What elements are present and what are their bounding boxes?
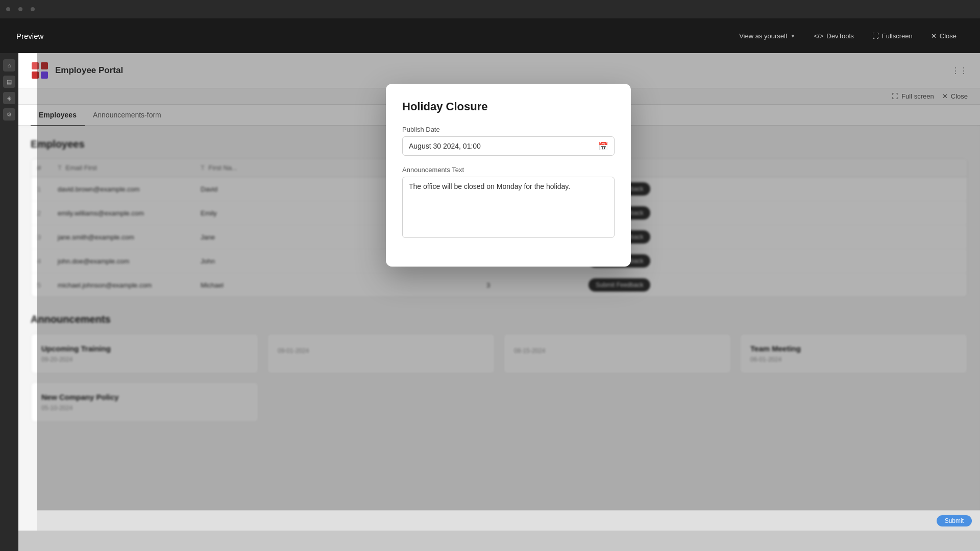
- sidebar-icon-layers[interactable]: ▤: [3, 76, 15, 88]
- left-sidebar: ⌂ ▤ ◈ ⚙: [0, 53, 18, 551]
- close-preview-button[interactable]: ✕ Close: [924, 28, 964, 44]
- fullscreen-label: Fullscreen: [882, 32, 913, 40]
- preview-bar: Preview View as yourself ▼ </> DevTools …: [0, 18, 980, 53]
- modal-title: Holiday Closure: [402, 100, 615, 113]
- publish-date-group: Publish Date 📅: [402, 126, 615, 156]
- publish-date-input[interactable]: [402, 136, 615, 156]
- announcements-text-input[interactable]: [402, 177, 615, 238]
- publish-date-input-wrapper: 📅: [402, 136, 615, 156]
- calendar-icon[interactable]: 📅: [598, 141, 608, 151]
- chevron-down-icon: ▼: [791, 33, 796, 39]
- announcements-text-group: Announcements Text: [402, 166, 615, 240]
- fullscreen-icon: ⛶: [872, 32, 879, 40]
- app-canvas: Employee Portal ⋮⋮ ⛶ Full screen ✕ Close: [18, 53, 980, 531]
- close-icon: ✕: [931, 32, 937, 40]
- modal-overlay[interactable]: Holiday Closure Publish Date 📅 Announcem…: [37, 53, 980, 510]
- main-content: ⌂ ▤ ◈ ⚙ Employee Portal ⋮⋮: [0, 53, 980, 551]
- close-label: Close: [940, 32, 957, 40]
- app-bar-dot: [18, 7, 22, 11]
- publish-date-label: Publish Date: [402, 126, 615, 133]
- preview-label: Preview: [16, 32, 43, 40]
- sidebar-icon-components[interactable]: ◈: [3, 92, 15, 104]
- bottom-pill: Submit: [937, 515, 972, 526]
- holiday-closure-modal: Holiday Closure Publish Date 📅 Announcem…: [386, 84, 631, 267]
- sidebar-icon-home[interactable]: ⌂: [3, 59, 15, 71]
- fullscreen-button[interactable]: ⛶ Fullscreen: [865, 28, 920, 44]
- view-as-yourself-label: View as yourself: [739, 32, 787, 40]
- dev-tools-button[interactable]: </> DevTools: [807, 28, 861, 44]
- preview-bar-right: View as yourself ▼ </> DevTools ⛶ Fullsc…: [732, 28, 964, 44]
- announcements-text-label: Announcements Text: [402, 166, 615, 174]
- dev-tools-icon: </>: [814, 32, 824, 40]
- app-bar-dot: [31, 7, 35, 11]
- dev-tools-label: DevTools: [826, 32, 853, 40]
- app-bar: [0, 0, 980, 18]
- app-bar-dot: [6, 7, 10, 11]
- sidebar-icon-settings[interactable]: ⚙: [3, 108, 15, 121]
- bottom-bar: Submit: [37, 510, 980, 531]
- bottom-bar-content: Submit: [937, 515, 972, 526]
- view-as-yourself-button[interactable]: View as yourself ▼: [732, 28, 802, 44]
